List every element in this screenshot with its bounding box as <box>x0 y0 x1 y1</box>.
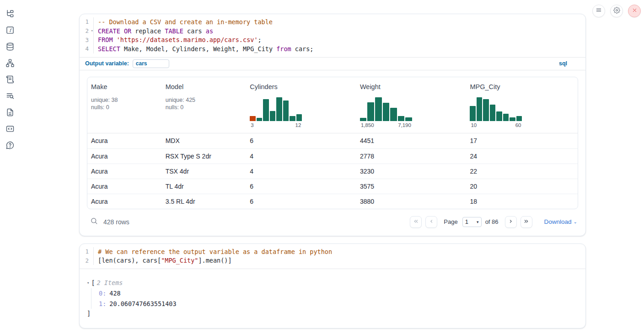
chevron-right-icon <box>508 218 514 226</box>
hamburger-menu-icon <box>596 7 602 15</box>
close-x-icon <box>632 7 638 15</box>
column-header-mpg_city[interactable]: MPG_City1060 <box>466 77 578 133</box>
tree-head: ▾ [ 2 Items <box>87 279 578 286</box>
histogram-bar <box>383 103 390 121</box>
column-header-model[interactable]: Modelunique: 425nulls: 0 <box>162 77 247 133</box>
code-line: 1-- Download a CSV and create an in-memo… <box>80 17 585 26</box>
table-search-button[interactable] <box>88 216 100 228</box>
table-row[interactable]: AcuraTSX 4dr4323022 <box>87 164 578 179</box>
menu-button[interactable] <box>592 5 605 17</box>
line-number-text: 4 <box>85 45 89 52</box>
line-number-text: 1 <box>85 248 89 255</box>
table-cell: 6 <box>246 137 356 144</box>
table-cell: MDX <box>162 137 247 144</box>
settings-button[interactable] <box>610 5 623 17</box>
download-label: Download <box>544 218 572 225</box>
output-variable-row: Output variable: sql <box>80 57 585 70</box>
gear-icon <box>613 7 620 16</box>
sidebar-item-dependency-graph[interactable] <box>2 56 18 72</box>
code-line: 4SELECT Make, Model, Cylinders, Weight, … <box>80 44 585 53</box>
code-token: cars; <box>291 45 314 53</box>
sidebar-item-snippets[interactable] <box>2 122 18 138</box>
python-code-editor[interactable]: 1# We can reference the output variable … <box>80 244 585 269</box>
last-page-button[interactable] <box>521 216 532 228</box>
sidebar-item-logs[interactable] <box>2 72 18 89</box>
column-title: Make <box>91 83 158 90</box>
next-page-button[interactable] <box>505 216 517 228</box>
row-count: 428 rows <box>103 218 129 226</box>
column-stat: unique: 38 <box>91 96 158 104</box>
language-badge[interactable]: sql <box>559 60 580 67</box>
histogram-bar <box>360 118 367 121</box>
line-number-text: 2 <box>85 27 89 34</box>
code-line: 2[len(cars), cars["MPG_City"].mean()] <box>80 256 585 265</box>
logs-icon <box>5 75 15 86</box>
line-number-text: 3 <box>85 37 89 43</box>
code-line: 1# We can reference the output variable … <box>80 247 585 256</box>
sql-code-editor[interactable]: 1-- Download a CSV and create an in-memo… <box>80 14 585 57</box>
prev-page-button[interactable] <box>425 216 437 228</box>
sidebar-item-help[interactable] <box>2 138 18 154</box>
column-header-make[interactable]: Makeunique: 38nulls: 0 <box>87 77 162 133</box>
table-row[interactable]: Acura3.5 RL 4dr6388018 <box>87 194 578 209</box>
tree-entry-value: 428 <box>109 290 120 297</box>
table-row[interactable]: AcuraTL 4dr6357520 <box>87 179 578 194</box>
table-header-row: Makeunique: 38nulls: 0Modelunique: 425nu… <box>87 77 578 133</box>
code-token: as <box>206 27 213 35</box>
histogram-bar <box>390 108 397 121</box>
code-token: "MPG_City" <box>161 257 198 264</box>
search-icon <box>90 217 98 227</box>
python-output-tree: ▾ [ 2 Items 0:4281:20.060747663551403 ] <box>80 269 585 328</box>
column-title: Model <box>166 83 243 90</box>
histogram-bar <box>503 114 509 121</box>
histogram-bar <box>477 97 483 121</box>
sidebar-item-datasources[interactable] <box>2 39 18 56</box>
line-number: 4 <box>80 44 94 53</box>
column-header-weight[interactable]: Weight1,8507,190 <box>356 77 467 133</box>
code-token: ; <box>258 36 262 43</box>
chevron-down-icon[interactable]: ▾ <box>87 280 89 285</box>
table-cell: Acura <box>87 198 162 205</box>
outline-search-icon <box>5 91 15 102</box>
column-stats: unique: 38nulls: 0 <box>91 96 158 111</box>
sidebar-item-variables[interactable]: f <box>2 23 18 39</box>
tree-entry: 0:428 <box>99 288 578 299</box>
first-page-button[interactable] <box>410 216 422 228</box>
shutdown-button[interactable] <box>628 5 641 17</box>
code-token: replace <box>131 27 165 35</box>
histogram-bar <box>490 105 496 121</box>
code-token: ].mean()] <box>198 257 231 264</box>
datasources-icon <box>5 42 15 53</box>
table-cell: TSX 4dr <box>162 168 247 175</box>
sidebar-item-documentation[interactable] <box>2 105 18 122</box>
page-select[interactable]: 1 ▾ <box>462 217 482 227</box>
table-cell: 24 <box>466 153 578 160</box>
line-number: 1 <box>80 17 94 26</box>
table-cell: 22 <box>466 168 578 175</box>
chevron-left-icon <box>429 218 435 226</box>
code-line: 3FROM 'https://datasets.marimo.app/cars.… <box>80 35 585 44</box>
download-button[interactable]: Download ⌄ <box>544 218 577 225</box>
code-token <box>120 27 124 35</box>
sidebar-item-file-explorer[interactable] <box>2 6 18 23</box>
documentation-icon <box>5 108 15 119</box>
histogram-bar <box>296 114 302 121</box>
line-number: 1 <box>80 247 94 256</box>
code-token: FROM <box>98 36 113 43</box>
table-cell: 18 <box>466 198 578 205</box>
axis-min-label: 10 <box>471 122 477 128</box>
code-text: CREATE OR replace TABLE cars as <box>94 27 213 35</box>
histogram-axis: 1060 <box>470 122 522 128</box>
table-row[interactable]: AcuraRSX Type S 2dr4277824 <box>87 148 578 164</box>
output-variable-input[interactable] <box>133 59 169 68</box>
fold-chevron-icon[interactable]: ▾ <box>91 28 93 33</box>
column-header-cylinders[interactable]: Cylinders312 <box>246 77 356 133</box>
table-cell: RSX Type S 2dr <box>162 153 247 160</box>
table-cell: 2778 <box>356 153 467 160</box>
code-token: from <box>276 45 291 53</box>
sidebar-item-outline[interactable] <box>2 89 18 105</box>
table-cell: 3230 <box>356 168 467 175</box>
histogram-bar <box>276 97 282 121</box>
table-row[interactable]: AcuraMDX6445117 <box>87 133 578 148</box>
tree-entry: 1:20.060747663551403 <box>99 299 578 309</box>
